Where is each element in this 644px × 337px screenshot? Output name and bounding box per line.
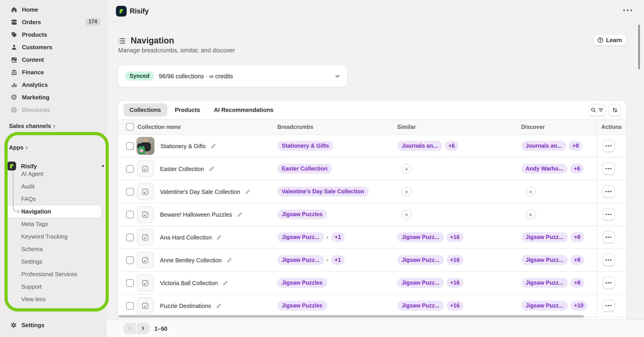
- add-similar-button[interactable]: +: [402, 164, 412, 174]
- similar-pill[interactable]: Jigsaw Puzz...: [397, 255, 444, 265]
- breadcrumb-pill[interactable]: Valentine's Day Sale Collection: [277, 187, 369, 197]
- row-checkbox[interactable]: [126, 234, 134, 241]
- subnav-item-audit[interactable]: Audit: [0, 180, 107, 193]
- row-actions-button[interactable]: [602, 254, 615, 266]
- next-page-button[interactable]: [137, 322, 149, 334]
- breadcrumb-pill[interactable]: Easter Collection: [277, 164, 332, 174]
- column-header-discover[interactable]: Discover: [520, 124, 596, 130]
- sidebar-item-home[interactable]: Home: [0, 3, 107, 16]
- breadcrumb-pill[interactable]: Jigsaw Puzzles: [277, 210, 327, 220]
- edit-icon[interactable]: [237, 212, 242, 217]
- discover-count-pill[interactable]: +8: [569, 141, 582, 151]
- breadcrumb-pill[interactable]: Jigsaw Puzzles: [277, 278, 327, 288]
- similar-count-pill[interactable]: +16: [446, 255, 463, 265]
- sidebar-item-customers[interactable]: Customers: [0, 41, 107, 53]
- breadcrumb-pill[interactable]: Jigsaw Puzz...: [277, 232, 324, 242]
- similar-count-pill[interactable]: +16: [446, 232, 463, 242]
- breadcrumb-more-pill[interactable]: +1: [331, 255, 344, 265]
- sort-button[interactable]: [608, 104, 621, 116]
- more-actions-icon[interactable]: [623, 10, 632, 11]
- row-checkbox[interactable]: [126, 302, 134, 310]
- subnav-item-faqs[interactable]: FAQs: [0, 193, 107, 205]
- discover-pill[interactable]: Jigsaw Puzz...: [521, 278, 568, 288]
- row-checkbox[interactable]: [126, 279, 134, 287]
- subnav-item-navigation[interactable]: Navigation: [0, 205, 107, 218]
- discover-count-pill[interactable]: +8: [570, 255, 584, 265]
- discover-count-pill[interactable]: +10: [570, 301, 587, 311]
- previous-page-button[interactable]: [124, 322, 136, 334]
- tab-collections[interactable]: Collections: [123, 104, 167, 116]
- similar-count-pill[interactable]: +6: [445, 141, 458, 151]
- discover-pill[interactable]: Journals an...: [521, 141, 566, 151]
- horizontal-scrollbar[interactable]: [118, 315, 584, 318]
- subnav-item-keyword-tracking[interactable]: Keyword Tracking: [0, 230, 107, 243]
- discover-pill[interactable]: Andy Warho...: [521, 164, 568, 174]
- learn-button[interactable]: Learn: [593, 34, 626, 46]
- discover-pill[interactable]: Jigsaw Puzz...: [521, 232, 568, 242]
- subnav-item-ai-agent[interactable]: AI Agent: [0, 168, 107, 180]
- row-actions-button[interactable]: [602, 162, 615, 175]
- row-actions-button[interactable]: [602, 140, 615, 152]
- discover-pill[interactable]: Jigsaw Puzz...: [521, 255, 568, 265]
- sidebar-item-marketing[interactable]: Marketing: [0, 91, 107, 104]
- subnav-item-settings[interactable]: Settings: [0, 255, 107, 268]
- discover-count-pill[interactable]: +6: [570, 164, 584, 174]
- row-actions-button[interactable]: [602, 276, 615, 289]
- sidebar-item-content[interactable]: Content: [0, 53, 107, 66]
- column-header-similar[interactable]: Similar: [396, 124, 520, 130]
- breadcrumb-pill[interactable]: Jigsaw Puzz...: [277, 255, 324, 265]
- row-checkbox[interactable]: [126, 165, 134, 172]
- edit-icon[interactable]: [210, 144, 216, 148]
- breadcrumb-more-pill[interactable]: +1: [331, 232, 344, 242]
- similar-count-pill[interactable]: +16: [446, 301, 463, 311]
- edit-icon[interactable]: [223, 280, 228, 285]
- row-checkbox[interactable]: [126, 256, 134, 264]
- column-header-breadcrumbs[interactable]: Breadcrumbs: [276, 124, 396, 130]
- select-all-checkbox[interactable]: [126, 123, 134, 131]
- sidebar-item-settings[interactable]: Settings: [0, 319, 107, 332]
- breadcrumb-pill[interactable]: Stationery & Gifts: [277, 141, 334, 151]
- sidebar-item-orders[interactable]: Orders 174: [0, 16, 107, 28]
- sidebar-item-products[interactable]: Products: [0, 28, 107, 41]
- sidebar-item-finance[interactable]: Finance: [0, 66, 107, 78]
- row-checkbox[interactable]: [126, 210, 134, 218]
- row-checkbox[interactable]: [126, 188, 134, 195]
- similar-pill[interactable]: Jigsaw Puzz...: [397, 301, 444, 311]
- discover-pill[interactable]: Jigsaw Puzz...: [521, 301, 568, 311]
- similar-pill[interactable]: Journals an...: [397, 141, 442, 151]
- column-header-collection-name[interactable]: Collection name: [136, 124, 276, 130]
- subnav-item-support[interactable]: Support: [0, 280, 107, 293]
- add-similar-button[interactable]: +: [402, 210, 412, 219]
- tab-ai-recommendations[interactable]: AI Recommendations: [208, 104, 280, 116]
- edit-icon[interactable]: [227, 258, 232, 262]
- subnav-item-meta-tags[interactable]: Meta Tags: [0, 218, 107, 230]
- apps-header[interactable]: Apps ›: [9, 144, 28, 151]
- similar-pill[interactable]: Jigsaw Puzz...: [397, 232, 444, 242]
- row-actions-button[interactable]: [602, 231, 615, 244]
- tab-products[interactable]: Products: [168, 104, 206, 116]
- subnav-item-professional-services[interactable]: Professional Services: [0, 268, 107, 280]
- subnav-item-schema[interactable]: Schema: [0, 243, 107, 255]
- sidebar-item-analytics[interactable]: Analytics: [0, 78, 107, 91]
- add-similar-button[interactable]: +: [402, 187, 412, 196]
- subnav-item-view-less[interactable]: View less: [0, 293, 107, 306]
- edit-icon[interactable]: [216, 303, 221, 308]
- row-checkbox[interactable]: [126, 142, 134, 150]
- row-actions-button[interactable]: [602, 185, 615, 198]
- breadcrumb-pill[interactable]: Jigsaw Puzzles: [277, 301, 327, 311]
- similar-pill[interactable]: Jigsaw Puzz...: [397, 278, 444, 288]
- row-actions-button[interactable]: [602, 300, 615, 312]
- vertical-scrollbar[interactable]: [638, 24, 640, 69]
- sidebar-item-discounts[interactable]: Discounts: [0, 104, 107, 116]
- discover-count-pill[interactable]: +8: [570, 278, 584, 288]
- similar-count-pill[interactable]: +16: [446, 278, 463, 288]
- edit-icon[interactable]: [245, 189, 250, 194]
- search-filter-button[interactable]: [588, 104, 605, 116]
- row-actions-button[interactable]: [602, 208, 615, 221]
- sync-status-panel[interactable]: Synced 96/96 collections · ∞ credits: [118, 65, 347, 87]
- discover-count-pill[interactable]: +8: [570, 232, 584, 242]
- edit-icon[interactable]: [216, 235, 222, 240]
- sales-channels-header[interactable]: Sales channels ›: [9, 123, 55, 129]
- add-discover-button[interactable]: +: [526, 187, 536, 196]
- edit-icon[interactable]: [209, 166, 214, 171]
